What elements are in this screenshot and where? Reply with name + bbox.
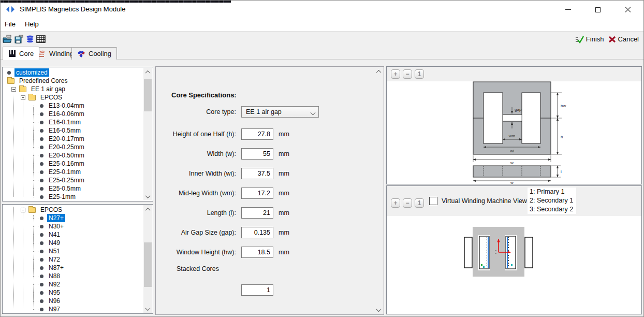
tree-item-e20-0-50mm[interactable]: E20-0.50mm [3, 151, 143, 160]
tree-item-label[interactable]: N88 [47, 272, 62, 280]
minimize-button[interactable] [556, 3, 580, 17]
scroll-thumb[interactable] [144, 242, 152, 287]
tree-item-n30[interactable]: N30+ [3, 222, 143, 230]
cancel-button[interactable]: Cancel [607, 34, 640, 44]
tree-item-label[interactable]: N96 [47, 297, 62, 305]
tree-item-label[interactable]: N87+ [47, 264, 65, 272]
tree-item-epcos[interactable]: EPCOS [3, 93, 143, 102]
tree-item-epcos[interactable]: EPCOS [3, 206, 143, 214]
tree-item-n27[interactable]: N27+ [3, 214, 143, 222]
tree-item-label[interactable]: EE 1 air gap [30, 85, 67, 93]
scroll-down-arrow[interactable] [374, 306, 383, 314]
zoom-out-button[interactable]: − [403, 198, 412, 208]
field-input-length-l[interactable] [241, 207, 273, 219]
tree-item-n97[interactable]: N97 [3, 305, 143, 312]
zoom-reset-button[interactable]: 1 [415, 69, 424, 79]
tree-item-label[interactable]: E20-0.25mm [47, 143, 86, 151]
tree-item-label[interactable]: E25-0.5mm [47, 184, 82, 193]
maximize-button[interactable] [586, 3, 610, 17]
tree-item-n51[interactable]: N51 [3, 247, 143, 255]
tree-item-label[interactable]: E16-0.5mm [47, 126, 82, 135]
tree-item-e13-0-04mm[interactable]: E13-0.04mm [3, 102, 143, 110]
scroll-down-arrow[interactable] [143, 192, 152, 200]
field-input-mid-leg-width-wm[interactable] [241, 188, 273, 199]
collapse-toggle-icon[interactable] [21, 208, 25, 212]
menu-help[interactable]: Help [20, 18, 43, 30]
tree-item-e16-0-1mm[interactable]: E16-0.1mm [3, 118, 143, 126]
open-project-icon[interactable] [3, 35, 12, 44]
field-input-window-height-hw[interactable] [241, 247, 273, 258]
zoom-out-button[interactable]: − [403, 69, 412, 79]
tree-item-e20-0-17mm[interactable]: E20-0.17mm [3, 135, 143, 143]
tab-core[interactable]: Core [3, 47, 39, 60]
zoom-reset-button[interactable]: 1 [415, 198, 424, 208]
table-grid-icon[interactable] [36, 35, 46, 44]
tree-item-label[interactable]: E20-0.17mm [47, 135, 86, 143]
tree-item-label[interactable]: E13-0.04mm [47, 102, 86, 110]
tree-item-label[interactable]: E20-0.50mm [47, 151, 86, 160]
scroll-up-arrow[interactable] [374, 67, 383, 76]
field-input-air-gap-size-gap[interactable] [241, 227, 273, 238]
scroll-down-arrow[interactable] [143, 305, 152, 313]
tree-item-label[interactable]: EPCOS [39, 93, 64, 102]
stacked-cores-input[interactable] [241, 284, 273, 296]
tree-item-e25-0-5mm[interactable]: E25-0.5mm [3, 184, 143, 193]
tree-item-n95[interactable]: N95 [3, 289, 143, 297]
tree-item-label[interactable]: N41 [47, 230, 62, 239]
tree-item-e20-0-25mm[interactable]: E20-0.25mm [3, 143, 143, 151]
tree-item-label[interactable]: N27+ [47, 214, 65, 222]
virtual-winding-machine-checkbox[interactable] [429, 197, 437, 205]
tree-item-label[interactable]: N30+ [47, 222, 65, 230]
tree-item-label[interactable]: N72 [47, 255, 62, 264]
scroll-thumb[interactable] [144, 79, 152, 111]
tree-item-n88[interactable]: N88 [3, 272, 143, 280]
zoom-in-button[interactable]: + [391, 198, 400, 208]
field-input-height-of-one-half-h[interactable] [241, 128, 273, 140]
core-type-select[interactable]: EE 1 air gap [241, 106, 319, 118]
tree-item-predefined-cores[interactable]: Predefined Cores [3, 77, 143, 85]
tree-item-e25-1mm[interactable]: E25-1mm [3, 193, 143, 200]
collapse-toggle-icon[interactable] [11, 87, 16, 92]
tree-item-label[interactable]: Predefined Cores [18, 77, 69, 85]
tree-item-label[interactable]: N51 [47, 247, 62, 255]
form-scrollbar[interactable] [374, 67, 383, 314]
tree-item-label[interactable]: E25-1mm [47, 193, 77, 200]
tree-item-label[interactable]: N97 [47, 305, 62, 312]
tree-item-label[interactable]: E25-0.16mm [47, 160, 86, 168]
menu-file[interactable]: File [0, 18, 20, 30]
tree-item-label[interactable]: customized [14, 68, 49, 77]
tree-item-e16-0-06mm[interactable]: E16-0.06mm [3, 110, 143, 118]
scroll-up-arrow[interactable] [143, 205, 152, 213]
material-tree-scrollbar[interactable] [143, 205, 152, 313]
tree-item-customized[interactable]: customized [3, 68, 143, 77]
field-input-inner-width-wi[interactable] [241, 168, 273, 179]
tab-cooling[interactable]: Cooling [71, 47, 117, 60]
tree-item-n49[interactable]: N49 [3, 239, 143, 247]
tree-item-e16-0-5mm[interactable]: E16-0.5mm [3, 126, 143, 135]
tree-item-label[interactable]: N49 [47, 239, 62, 247]
tree-item-label[interactable]: N92 [47, 280, 62, 289]
tree-item-n87[interactable]: N87+ [3, 264, 143, 272]
tree-item-n41[interactable]: N41 [3, 230, 143, 239]
field-input-width-w[interactable] [241, 148, 273, 160]
zoom-in-button[interactable]: + [391, 69, 400, 79]
save-icon[interactable] [14, 35, 23, 44]
scroll-up-arrow[interactable] [143, 68, 152, 76]
database-icon[interactable] [25, 35, 35, 44]
tree-item-e25-0-25mm[interactable]: E25-0.25mm [3, 176, 143, 184]
tree-item-label[interactable]: E25-0.25mm [47, 176, 86, 184]
tree-item-n72[interactable]: N72 [3, 255, 143, 264]
tree-item-label[interactable]: EPCOS [39, 206, 64, 214]
tree-item-ee-1-air-gap[interactable]: EE 1 air gap [3, 85, 143, 93]
tree-item-n96[interactable]: N96 [3, 297, 143, 305]
finish-button[interactable]: Finish [574, 34, 605, 45]
tree-item-e25-0-16mm[interactable]: E25-0.16mm [3, 160, 143, 168]
tree-item-label[interactable]: N95 [47, 289, 62, 297]
tree-item-label[interactable]: E25-0.1mm [47, 168, 82, 176]
tree-item-label[interactable]: E16-0.1mm [47, 118, 82, 126]
close-button[interactable] [616, 3, 640, 17]
tree-item-n92[interactable]: N92 [3, 280, 143, 289]
core-tree-scrollbar[interactable] [143, 68, 152, 200]
tree-item-label[interactable]: E16-0.06mm [47, 110, 86, 118]
collapse-toggle-icon[interactable] [21, 95, 25, 100]
